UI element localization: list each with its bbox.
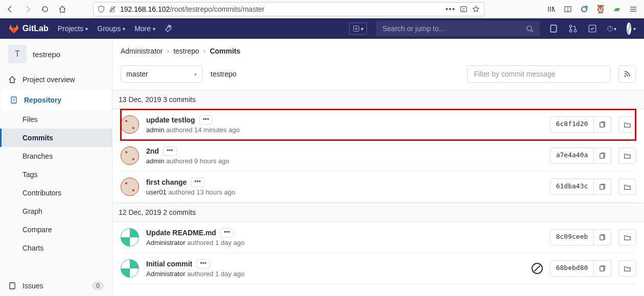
branch-select[interactable]: master ▾ — [121, 65, 202, 83]
filter-row: master ▾ testrepo — [121, 65, 636, 83]
commit-hash[interactable]: a7e4a40a — [550, 147, 594, 164]
copy-hash-button[interactable] — [594, 179, 611, 195]
commit-row: first change•••user01 authored 13 hours … — [121, 171, 636, 203]
commit-author[interactable]: admin — [146, 157, 164, 165]
commit-author-avatar[interactable] — [121, 228, 139, 246]
commit-title[interactable]: Update README.md — [146, 229, 216, 237]
commit-meta: admin authored 9 hours ago — [146, 157, 543, 165]
ext-owl-icon[interactable]: 🦉 — [596, 5, 605, 14]
nav-groups[interactable]: Groups▾ — [97, 24, 125, 33]
svg-point-16 — [625, 76, 626, 77]
copy-hash-button[interactable] — [594, 260, 611, 277]
issues-icon — [8, 282, 16, 290]
merge-requests-icon[interactable] — [568, 24, 578, 33]
sidebar-sub-commits[interactable]: Commits — [0, 129, 112, 147]
commit-expand-button[interactable]: ••• — [199, 115, 213, 125]
hamburger-icon[interactable] — [629, 5, 638, 14]
commit-expand-button[interactable]: ••• — [220, 228, 234, 237]
copy-hash-button[interactable] — [594, 116, 611, 133]
commit-hash[interactable]: 68bebd80 — [550, 260, 594, 277]
nav-more[interactable]: More▾ — [134, 24, 155, 33]
search-input[interactable] — [382, 24, 526, 33]
svg-rect-18 — [600, 153, 604, 158]
pipeline-status-icon[interactable] — [532, 263, 543, 274]
commit-hash[interactable]: 6c8f1d20 — [550, 116, 594, 133]
nav-projects[interactable]: Projects▾ — [58, 24, 88, 33]
browse-files-button[interactable] — [618, 179, 636, 195]
sidebar-repository[interactable]: Repository — [0, 90, 112, 110]
repo-path-label[interactable]: testrepo — [211, 70, 237, 78]
breadcrumb: Administrator › testrepo › Commits — [121, 47, 636, 55]
commit-expand-button[interactable]: ••• — [196, 259, 210, 268]
commit-author-avatar[interactable] — [121, 178, 139, 196]
sidebar-sub-graph[interactable]: Graph — [0, 202, 112, 220]
commit-title[interactable]: update testlog — [146, 116, 195, 124]
rss-button[interactable] — [618, 65, 636, 83]
breadcrumb-administrator[interactable]: Administrator — [121, 47, 163, 55]
commit-expand-button[interactable]: ••• — [191, 178, 204, 187]
project-name: testrepo — [33, 50, 60, 59]
commit-filter-input[interactable] — [467, 65, 610, 83]
date-header: 12 Dec, 2019 2 commits — [112, 203, 644, 222]
sidebar-overview[interactable]: Project overview — [0, 69, 112, 90]
commit-expand-button[interactable]: ••• — [163, 146, 177, 156]
more-icon[interactable]: ••• — [445, 5, 455, 14]
commit-hash[interactable]: 61dba43c — [550, 179, 594, 195]
nav-search[interactable] — [376, 21, 540, 36]
sidebar-sub-compare[interactable]: Compare — [0, 220, 112, 239]
bookmark-icon[interactable] — [472, 5, 480, 13]
sidebar-icon[interactable] — [563, 5, 572, 14]
forward-button[interactable] — [20, 2, 35, 16]
library-icon[interactable] — [547, 5, 556, 14]
home-button[interactable] — [55, 2, 70, 16]
issues-icon[interactable] — [549, 24, 558, 33]
gitlab-logo[interactable]: GitLab — [8, 23, 49, 34]
commit-title[interactable]: Initial commit — [146, 260, 192, 268]
user-avatar — [627, 22, 631, 35]
svg-point-11 — [574, 30, 577, 32]
copy-hash-button[interactable] — [594, 229, 611, 245]
ext-green-icon[interactable]: ▰ — [612, 5, 622, 14]
nav-create-button[interactable]: ▾ — [349, 22, 367, 35]
nav-right: ▾ ▾ — [549, 24, 636, 33]
sidebar-sub-tags[interactable]: Tags — [0, 165, 112, 184]
account-icon[interactable] — [580, 5, 589, 14]
commit-author-avatar[interactable] — [121, 115, 139, 134]
reload-button[interactable] — [38, 2, 52, 16]
commit-author[interactable]: user01 — [146, 188, 167, 196]
sidebar-sub-files[interactable]: Files — [0, 110, 112, 129]
copy-hash-button[interactable] — [594, 147, 611, 164]
project-header[interactable]: T testrepo — [0, 39, 112, 69]
help-icon[interactable]: ▾ — [607, 24, 616, 33]
browse-files-button[interactable] — [618, 147, 636, 164]
sidebar-sub-contributors[interactable]: Contributors — [0, 184, 112, 202]
address-bar[interactable]: 192.168.16.102/root/testrepo/commits/mas… — [93, 2, 485, 16]
protection-icon[interactable] — [459, 5, 468, 13]
nav-admin[interactable] — [165, 24, 173, 33]
breadcrumb-project[interactable]: testrepo — [173, 47, 199, 55]
project-sidebar: T testrepo Project overview Repository F… — [0, 39, 112, 296]
browse-files-button[interactable] — [618, 116, 636, 133]
back-button[interactable] — [3, 2, 17, 16]
search-icon — [526, 25, 534, 33]
rss-icon — [623, 70, 631, 78]
commit-title[interactable]: 2nd — [146, 147, 159, 155]
commit-author[interactable]: Administrator — [146, 239, 186, 246]
todos-icon[interactable] — [588, 24, 597, 33]
commit-author[interactable]: Administrator — [146, 270, 186, 278]
commit-author-avatar[interactable] — [121, 146, 139, 165]
browser-extensions: 🦉 ▰ — [544, 5, 641, 14]
sidebar-sub-charts[interactable]: Charts — [0, 239, 112, 257]
commit-hash[interactable]: 8c09ceeb — [550, 229, 594, 245]
browse-files-button[interactable] — [618, 229, 636, 245]
commit-author-avatar[interactable] — [121, 259, 139, 278]
sidebar-issues[interactable]: Issues 0 — [0, 276, 112, 296]
user-menu[interactable]: ▾ — [627, 24, 636, 33]
svg-rect-20 — [600, 235, 604, 239]
nav-menu: Projects▾ Groups▾ More▾ — [58, 24, 173, 33]
sidebar-sub-branches[interactable]: Branches — [0, 147, 112, 165]
browse-files-button[interactable] — [618, 260, 636, 277]
commit-title[interactable]: first change — [146, 178, 187, 186]
commit-author[interactable]: admin — [146, 126, 164, 134]
breadcrumb-current: Commits — [210, 47, 240, 55]
